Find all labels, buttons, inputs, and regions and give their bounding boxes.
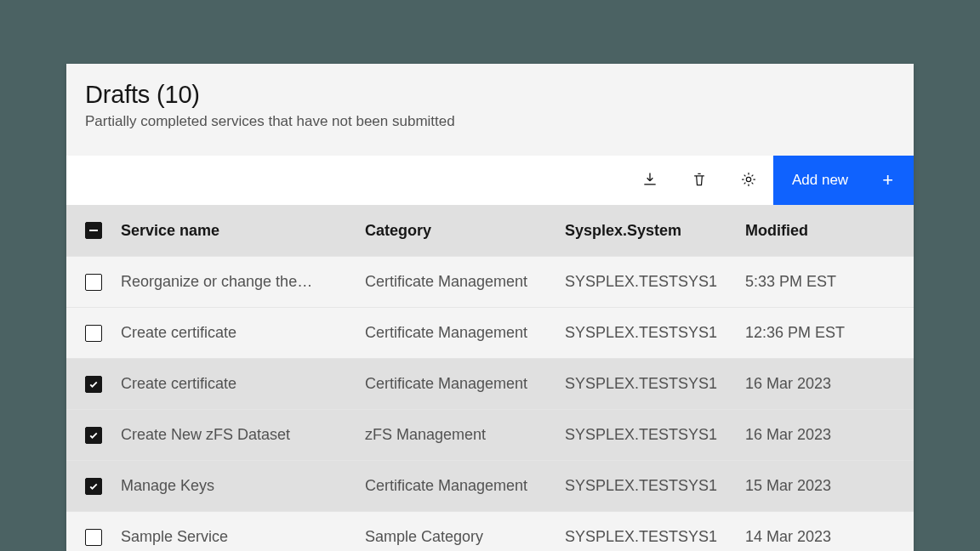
table-row[interactable]: Create New zFS DatasetzFS ManagementSYSP… xyxy=(66,409,914,460)
cell-system: SYSPLEX.TESTSYS1 xyxy=(565,273,745,291)
download-icon xyxy=(641,171,658,190)
row-checkbox[interactable] xyxy=(85,529,102,546)
download-button[interactable] xyxy=(625,156,675,205)
cell-modified: 5:33 PM EST xyxy=(745,273,914,291)
cell-category: Sample Category xyxy=(365,528,565,546)
cell-service-name: Sample Service xyxy=(121,528,365,546)
cell-system: SYSPLEX.TESTSYS1 xyxy=(565,324,745,342)
cell-modified: 15 Mar 2023 xyxy=(745,477,914,495)
table-row[interactable]: Sample ServiceSample CategorySYSPLEX.TES… xyxy=(66,511,914,551)
row-checkbox[interactable] xyxy=(85,325,102,342)
table-row[interactable]: Create certificateCertificate Management… xyxy=(66,358,914,409)
row-checkbox[interactable] xyxy=(85,274,102,291)
cell-service-name: Create New zFS Dataset xyxy=(121,426,365,444)
column-header-category[interactable]: Category xyxy=(365,222,565,240)
select-all-checkbox[interactable] xyxy=(85,222,102,239)
table-row[interactable]: Reorganize or change the…Certificate Man… xyxy=(66,256,914,307)
add-new-button[interactable]: Add new + xyxy=(773,156,914,205)
cell-system: SYSPLEX.TESTSYS1 xyxy=(565,528,745,546)
cell-service-name: Create certificate xyxy=(121,324,365,342)
row-checkbox[interactable] xyxy=(85,376,102,393)
row-checkbox[interactable] xyxy=(85,427,102,444)
plus-icon: + xyxy=(882,171,893,190)
cell-system: SYSPLEX.TESTSYS1 xyxy=(565,375,745,393)
page-subtitle: Partially completed services that have n… xyxy=(85,113,895,130)
gear-icon xyxy=(740,171,757,190)
column-header-modified[interactable]: Modified xyxy=(745,222,914,240)
page-title: Drafts (10) xyxy=(85,81,895,109)
settings-button[interactable] xyxy=(724,156,773,205)
row-checkbox[interactable] xyxy=(85,478,102,495)
drafts-panel: Drafts (10) Partially completed services… xyxy=(66,64,914,551)
cell-modified: 16 Mar 2023 xyxy=(745,375,914,393)
table-row[interactable]: Manage KeysCertificate ManagementSYSPLEX… xyxy=(66,460,914,511)
column-header-system[interactable]: Sysplex.System xyxy=(565,222,745,240)
cell-modified: 12:36 PM EST xyxy=(745,324,914,342)
trash-icon xyxy=(691,171,708,190)
cell-category: zFS Management xyxy=(365,426,565,444)
table-row[interactable]: Create certificateCertificate Management… xyxy=(66,307,914,358)
add-new-label: Add new xyxy=(792,172,848,189)
cell-service-name: Manage Keys xyxy=(121,477,365,495)
cell-service-name: Create certificate xyxy=(121,375,365,393)
toolbar: Add new + xyxy=(66,156,914,205)
table-body: Reorganize or change the…Certificate Man… xyxy=(66,256,914,551)
cell-system: SYSPLEX.TESTSYS1 xyxy=(565,426,745,444)
panel-header: Drafts (10) Partially completed services… xyxy=(66,64,914,156)
cell-category: Certificate Management xyxy=(365,273,565,291)
cell-category: Certificate Management xyxy=(365,324,565,342)
delete-button[interactable] xyxy=(675,156,724,205)
cell-category: Certificate Management xyxy=(365,375,565,393)
cell-system: SYSPLEX.TESTSYS1 xyxy=(565,477,745,495)
cell-category: Certificate Management xyxy=(365,477,565,495)
cell-modified: 14 Mar 2023 xyxy=(745,528,914,546)
cell-modified: 16 Mar 2023 xyxy=(745,426,914,444)
svg-point-0 xyxy=(746,177,750,181)
column-header-service-name[interactable]: Service name xyxy=(121,222,365,240)
cell-service-name: Reorganize or change the… xyxy=(121,273,365,291)
table-header-row: Service name Category Sysplex.System Mod… xyxy=(66,205,914,256)
